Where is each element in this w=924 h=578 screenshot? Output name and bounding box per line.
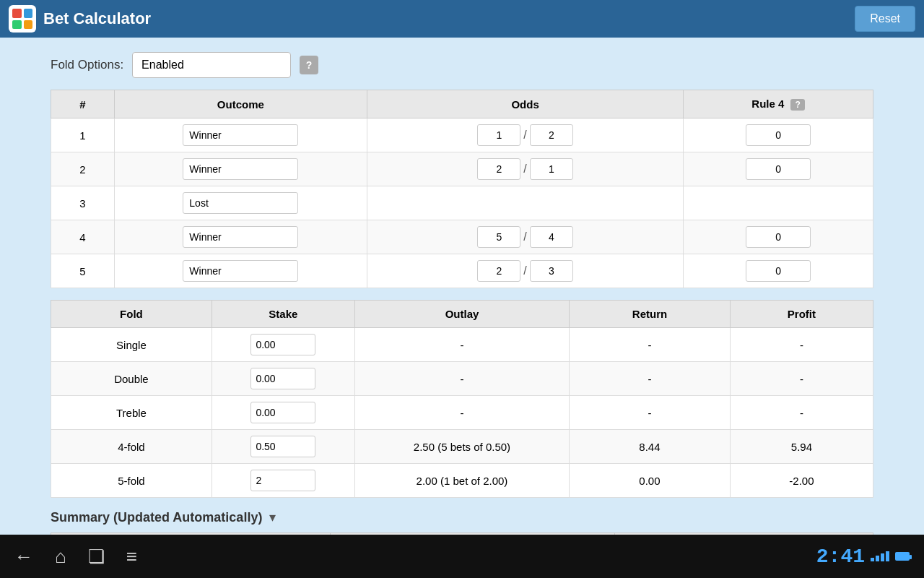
windows-icon[interactable]: ❏ <box>88 545 105 568</box>
outcomes-tbody: 1/2/34/5/ <box>51 118 873 288</box>
outcomes-header-rule4: Rule 4 ? <box>684 90 873 118</box>
outlay-cell-4: 2.50 (5 bets of 0.50) <box>354 430 569 464</box>
outlay-cell-2: - <box>354 362 569 396</box>
stake-input-5[interactable] <box>250 470 315 491</box>
outcome-row-5: 5/ <box>51 254 873 288</box>
return-cell-1: - <box>570 328 731 362</box>
icon-sq3 <box>12 20 22 30</box>
stake-input-3[interactable] <box>250 402 315 423</box>
rule4-cell-5 <box>684 254 873 288</box>
summary-title: Summary (Updated Automatically) <box>51 510 262 525</box>
outcome-cell-2 <box>114 152 367 186</box>
fold-row-4: 4-fold2.50 (5 bets of 0.50)8.445.94 <box>51 430 873 464</box>
outcome-num-5: 5 <box>51 254 115 288</box>
fold-name-2: Double <box>51 362 212 396</box>
odds1-input-5[interactable] <box>477 260 520 282</box>
fold-header-profit: Profit <box>730 301 873 328</box>
rule4-cell-2 <box>684 152 873 186</box>
odds-cell-1: / <box>367 118 684 152</box>
signal-bars <box>871 551 889 561</box>
odds1-input-4[interactable] <box>477 226 520 248</box>
odds1-input-1[interactable] <box>477 124 520 146</box>
fold-name-5: 5-fold <box>51 464 212 498</box>
main-content: Fold Options: ? # Outcome Odds Rule 4 ? … <box>0 38 924 535</box>
outcomes-table: # Outcome Odds Rule 4 ? 1/2/34/5/ <box>51 90 873 288</box>
icon-sq2 <box>24 9 33 18</box>
rule4-help-icon[interactable]: ? <box>790 99 804 111</box>
outcomes-header-odds: Odds <box>367 90 684 118</box>
fold-row-2: Double--- <box>51 362 873 396</box>
home-icon[interactable]: ⌂ <box>55 545 66 568</box>
bottom-bar: ← ⌂ ❏ ≡ 2:41 <box>0 535 924 578</box>
bottom-nav-icons: ← ⌂ ❏ ≡ <box>14 545 137 568</box>
fold-tbody: Single---Double---Treble---4-fold2.50 (5… <box>51 328 873 498</box>
back-icon[interactable]: ← <box>14 545 33 568</box>
fold-options-input[interactable] <box>132 52 291 78</box>
icon-sq4 <box>24 20 33 30</box>
outlay-cell-3: - <box>354 396 569 430</box>
outcome-row-3: 3 <box>51 186 873 220</box>
title-left: Bet Calculator <box>9 5 151 33</box>
menu-icon[interactable]: ≡ <box>126 545 137 568</box>
odds2-input-4[interactable] <box>530 226 573 248</box>
stake-cell-2 <box>212 362 354 396</box>
odds-cell-3 <box>367 186 684 220</box>
time-display: 2:41 <box>816 545 910 568</box>
outcome-cell-3 <box>114 186 367 220</box>
app-title: Bet Calculator <box>43 9 151 28</box>
stake-input-1[interactable] <box>250 334 315 355</box>
outcome-input-2[interactable] <box>183 158 298 180</box>
outcome-cell-5 <box>114 254 367 288</box>
summary-chevron-icon: ▾ <box>269 509 276 525</box>
outcome-input-4[interactable] <box>183 226 298 248</box>
bar1 <box>871 558 874 561</box>
stake-cell-3 <box>212 396 354 430</box>
outcome-input-5[interactable] <box>183 260 298 282</box>
fold-row-5: 5-fold2.00 (1 bet of 2.00)0.00-2.00 <box>51 464 873 498</box>
battery-icon <box>895 552 910 561</box>
return-cell-3: - <box>570 396 731 430</box>
rule4-input-1[interactable] <box>746 124 811 146</box>
profit-cell-1: - <box>730 328 873 362</box>
fold-name-1: Single <box>51 328 212 362</box>
odds1-input-2[interactable] <box>477 158 520 180</box>
bar4 <box>886 551 889 561</box>
odds-cell-5: / <box>367 254 684 288</box>
fold-row-3: Treble--- <box>51 396 873 430</box>
outcome-input-3[interactable] <box>183 192 298 214</box>
outcomes-header-outcome: Outcome <box>114 90 367 118</box>
rule4-input-4[interactable] <box>746 226 811 248</box>
icon-sq1 <box>12 9 22 18</box>
rule4-cell-3 <box>684 186 873 220</box>
rule4-input-2[interactable] <box>746 158 811 180</box>
outcome-input-1[interactable] <box>183 124 298 146</box>
return-cell-2: - <box>570 362 731 396</box>
fold-header-return: Return <box>570 301 731 328</box>
profit-cell-4: 5.94 <box>730 430 873 464</box>
app-icon <box>9 5 36 33</box>
outcome-row-4: 4/ <box>51 220 873 254</box>
outlay-cell-5: 2.00 (1 bet of 2.00) <box>354 464 569 498</box>
outcome-row-2: 2/ <box>51 152 873 186</box>
fold-options-label: Fold Options: <box>51 58 123 72</box>
outcome-num-2: 2 <box>51 152 115 186</box>
outcome-num-3: 3 <box>51 186 115 220</box>
reset-button[interactable]: Reset <box>855 6 915 32</box>
rule4-input-5[interactable] <box>746 260 811 282</box>
odds2-input-1[interactable] <box>530 124 573 146</box>
profit-cell-2: - <box>730 362 873 396</box>
summary-header[interactable]: Summary (Updated Automatically) ▾ <box>51 509 873 525</box>
fold-name-4: 4-fold <box>51 430 212 464</box>
stake-input-4[interactable] <box>250 436 315 457</box>
rule4-cell-1 <box>684 118 873 152</box>
return-cell-5: 0.00 <box>570 464 731 498</box>
stake-input-2[interactable] <box>250 368 315 389</box>
odds-cell-4: / <box>367 220 684 254</box>
fold-options-help-icon[interactable]: ? <box>300 56 318 74</box>
odds2-input-5[interactable] <box>530 260 573 282</box>
odds-slash-2: / <box>523 163 526 176</box>
outcome-num-1: 1 <box>51 118 115 152</box>
outlay-cell-1: - <box>354 328 569 362</box>
odds2-input-2[interactable] <box>530 158 573 180</box>
outcome-row-1: 1/ <box>51 118 873 152</box>
